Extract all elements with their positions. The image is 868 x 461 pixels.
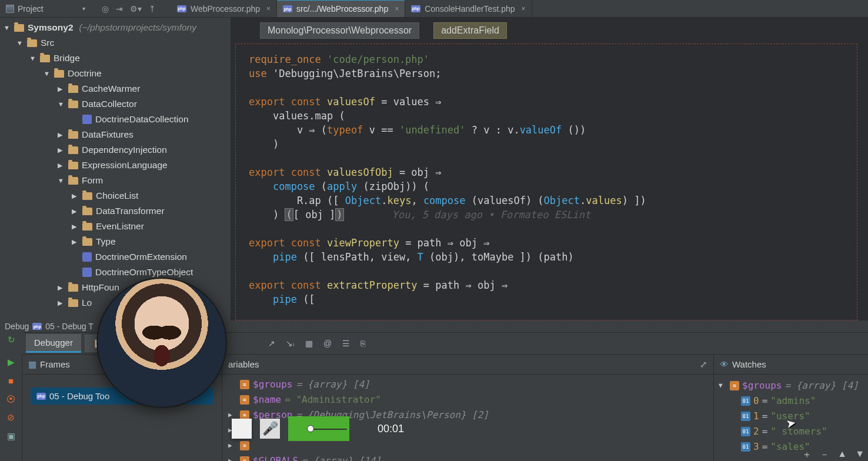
chevron-down-icon[interactable] [58,173,65,188]
variable-row[interactable]: ▶≡$GLOBALS = {array} [14] [222,453,713,461]
resume-icon[interactable]: ▶ [8,357,15,368]
chevron-right-icon[interactable] [228,392,236,407]
input-level-slider[interactable] [288,416,349,441]
variable-value: = {array} [4] [296,377,369,392]
step-over-icon[interactable]: ↗ [268,339,275,348]
tree-item[interactable]: DataFixtures [4,127,231,142]
tree-item[interactable]: DataTransformer [4,203,231,219]
chevron-right-icon[interactable] [58,158,65,173]
tree-item-label: DependencyInjection [82,142,167,158]
chevron-right-icon[interactable] [58,280,65,295]
index-badge-icon: 01 [741,396,750,406]
tree-item[interactable]: ChoiceList [4,188,231,203]
recording-time: 00:01 [378,423,404,435]
remove-watch-icon[interactable]: － [820,449,829,461]
tree-item[interactable]: Src [4,35,231,51]
mention-icon[interactable]: @ [323,339,332,348]
copy-icon[interactable]: ⎘ [360,339,365,348]
watch-root[interactable]: ▼ ≡ $groups = {array} [4] [716,378,866,393]
variables-header: ariables ⤢ [222,355,713,375]
tree-item[interactable]: ExpressionLanguage [4,158,231,173]
index-badge-icon: 01 [741,412,750,421]
variables-title: ariables [228,359,259,369]
project-tree[interactable]: Symsony2 (~/phpstormprojects/symfony Src… [0,18,231,310]
close-icon[interactable]: × [395,5,399,13]
up-icon[interactable]: ▲ [837,449,847,461]
tree-item[interactable]: EvenListner [4,219,231,234]
hide-icon[interactable]: ⤒ [149,4,156,14]
tree-item-label: CacheWarmer [82,81,140,96]
tree-item[interactable]: DoctrineOrmTypeObject [4,265,231,280]
chevron-right-icon[interactable] [58,127,65,142]
folder-icon [68,299,78,307]
tree-root[interactable]: Symsony2 (~/phpstormprojects/symfony [4,20,231,35]
tree-item[interactable]: CacheWarmer [4,81,231,96]
evaluate-icon[interactable]: ▦ [305,339,313,348]
chevron-right-icon[interactable] [228,377,236,392]
tree-item[interactable]: Bridge [4,51,231,66]
tree-item-label: Doctrine [68,66,102,81]
chevron-down-icon[interactable]: ▼ [719,378,727,393]
tree-root-name: Symsony2 [28,20,74,35]
chevron-right-icon[interactable]: ▶ [228,453,236,461]
target-icon[interactable]: ◎ [102,4,109,14]
breadcrumb-namespace[interactable]: Monolog\Processor\Webprocessor [260,22,419,39]
code-editor[interactable]: require_once 'code/person.php'use 'Debug… [235,44,857,320]
watch-index: 2 [753,424,759,439]
folder-icon [68,177,78,185]
stop-icon[interactable]: ■ [8,376,14,386]
chevron-down-icon[interactable] [4,20,11,35]
chevron-right-icon[interactable] [58,81,65,96]
rerun-icon[interactable]: ↻ [8,335,15,345]
php-icon: php [36,393,46,400]
project-icon [6,5,14,13]
tree-item[interactable]: DependencyInjection [4,142,231,158]
tab-consolehandlertest[interactable]: php ConsoleHandlerTest.php × [405,0,532,18]
tree-item[interactable]: DataCollector [4,96,231,112]
microphone-icon[interactable]: 🎤 [260,419,280,439]
folder-icon [40,55,50,62]
chevron-down-icon[interactable] [29,51,36,66]
breakpoints-icon[interactable]: ⦿ [6,394,15,404]
breadcrumb-method[interactable]: addExtraField [433,22,507,39]
watch-item[interactable]: 010 = "admins" [716,393,866,409]
expand-icon[interactable]: ⤢ [700,359,707,370]
chevron-right-icon[interactable] [72,219,79,234]
tab-debugger[interactable]: Debugger [26,334,81,353]
project-dropdown[interactable]: Project ▾ [0,4,91,14]
list-icon[interactable]: ☰ [342,339,350,348]
layout-icon[interactable]: ▣ [7,431,15,442]
tree-item[interactable]: Doctrine [4,66,231,81]
collapse-icon[interactable]: ⇥ [116,4,123,14]
tree-item-label: DataCollector [82,96,137,112]
close-icon[interactable]: × [522,5,526,13]
chevron-right-icon[interactable] [72,234,79,249]
var-badge-icon: ≡ [240,395,249,405]
tree-item[interactable]: Form [4,173,231,188]
down-icon[interactable]: ▼ [855,449,864,461]
step-into-icon[interactable]: ↘ᵢ [286,339,295,348]
chevron-right-icon[interactable] [72,203,79,219]
tree-item-label: Form [82,173,103,188]
add-watch-icon[interactable]: ＋ [802,449,812,461]
chevron-down-icon[interactable] [58,96,65,112]
variable-row[interactable]: ≡$name = "Administrator" [222,392,713,407]
mute-icon[interactable]: ⊘ [7,412,15,423]
project-label-text: Project [18,4,44,14]
tab-webprocessor[interactable]: php WebProcessor.php × [171,0,277,18]
chevron-right-icon[interactable] [58,142,65,158]
stop-recording-button[interactable] [232,419,252,439]
gear-icon[interactable]: ⚙▾ [130,4,142,14]
watches-panel: 👁 Watches ▼ ≡ $groups = {array} [4] 010 … [714,355,868,461]
tree-item[interactable]: DoctrineDataCollection [4,112,231,127]
chevron-down-icon[interactable] [16,35,24,51]
close-icon[interactable]: × [266,5,271,13]
tab-webprocessor-src[interactable]: php src/.../WebProcessor.php × [277,0,405,17]
chevron-down-icon[interactable] [44,66,51,81]
chevron-right-icon[interactable] [72,188,79,203]
tab-label: ConsoleHandlerTest.php [425,4,515,14]
chevron-right-icon[interactable] [58,295,65,310]
tree-item[interactable]: Type [4,234,231,249]
variable-row[interactable]: ≡$groups = {array} [4] [222,377,713,392]
tree-item[interactable]: DoctrineOrmExtension [4,249,231,265]
